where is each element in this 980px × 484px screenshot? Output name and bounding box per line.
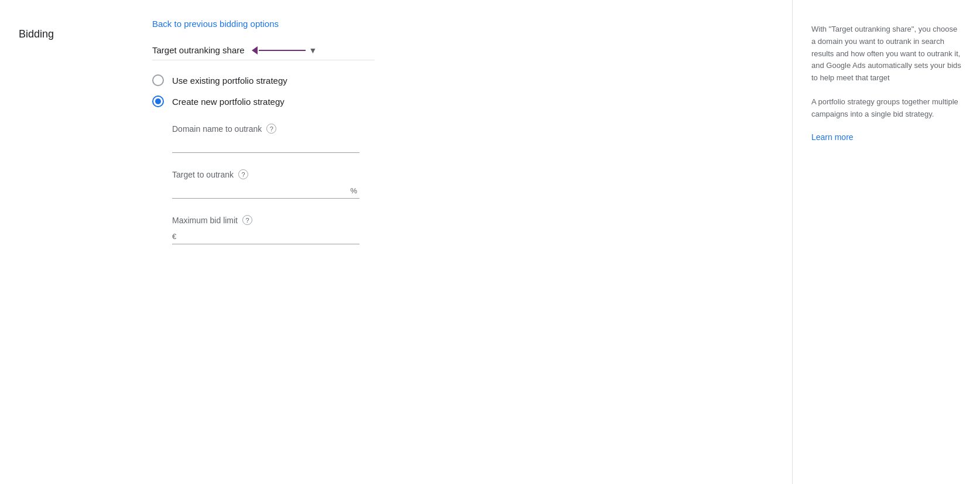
max-bid-limit-input[interactable] — [172, 230, 359, 244]
percent-symbol: % — [350, 186, 357, 195]
learn-more-link[interactable]: Learn more — [811, 132, 854, 142]
help-paragraph-1: With "Target outranking share", you choo… — [811, 23, 961, 84]
page-section-label: Bidding — [19, 28, 54, 40]
chevron-down-icon[interactable]: ▼ — [309, 46, 317, 55]
help-sidebar: With "Target outranking share", you choo… — [793, 0, 980, 484]
domain-name-input[interactable] — [172, 138, 359, 153]
dropdown-divider — [152, 60, 375, 60]
max-bid-limit-field-group: Maximum bid limit ? € — [172, 215, 769, 244]
max-bid-limit-help-icon[interactable]: ? — [242, 215, 252, 225]
strategy-form: Domain name to outrank ? Target to outra… — [172, 124, 769, 244]
max-bid-input-wrapper: € — [172, 230, 359, 244]
target-percent-input-wrapper: % — [172, 184, 359, 199]
create-new-radio[interactable] — [152, 96, 164, 107]
back-to-bidding-link[interactable]: Back to previous bidding options — [152, 19, 279, 29]
use-existing-radio[interactable] — [152, 74, 164, 86]
dropdown-arrow-indicator: ▼ — [252, 46, 317, 55]
target-to-outrank-label: Target to outrank — [172, 170, 234, 179]
domain-name-label: Domain name to outrank — [172, 124, 262, 134]
help-paragraph-2: A portfolio strategy groups together mul… — [811, 96, 961, 121]
bidding-strategy-dropdown-label: Target outranking share — [152, 45, 245, 55]
arrow-left-icon — [252, 46, 258, 54]
target-to-outrank-input[interactable] — [172, 184, 359, 199]
domain-name-help-icon[interactable]: ? — [266, 124, 276, 134]
target-to-outrank-field-group: Target to outrank ? % — [172, 169, 769, 199]
domain-name-field-group: Domain name to outrank ? — [172, 124, 769, 153]
use-existing-label: Use existing portfolio strategy — [172, 76, 287, 86]
create-new-label: Create new portfolio strategy — [172, 97, 285, 107]
radio-selected-indicator — [155, 98, 161, 104]
use-existing-option[interactable]: Use existing portfolio strategy — [152, 74, 769, 86]
target-to-outrank-help-icon[interactable]: ? — [238, 169, 248, 179]
portfolio-strategy-options: Use existing portfolio strategy Create n… — [152, 74, 769, 107]
create-new-option[interactable]: Create new portfolio strategy — [152, 96, 769, 107]
arrow-line — [259, 50, 306, 51]
domain-name-input-wrapper — [172, 138, 359, 153]
euro-symbol: € — [172, 232, 176, 241]
max-bid-limit-label: Maximum bid limit — [172, 216, 238, 225]
